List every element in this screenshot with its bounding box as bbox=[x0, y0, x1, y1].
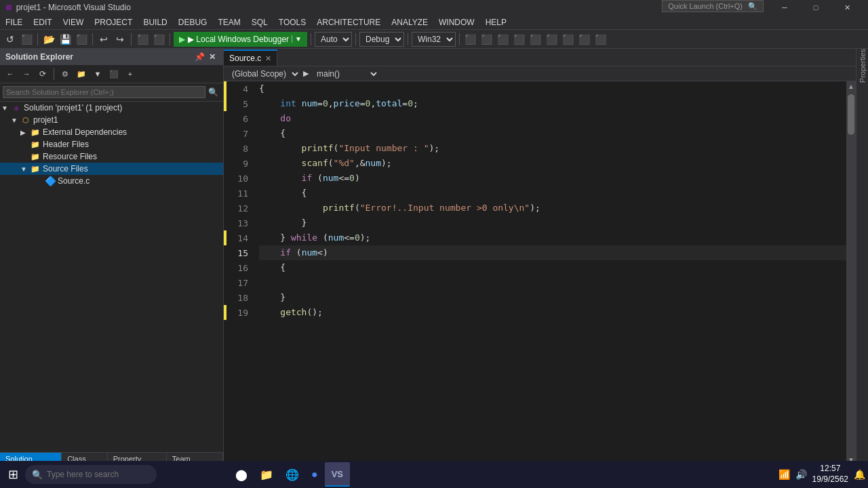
toolbar-dbg7[interactable]: ⬛ bbox=[561, 32, 576, 47]
scope-dropdown[interactable]: (Global Scope) bbox=[226, 68, 300, 79]
toolbar-saveall[interactable]: ⬛ bbox=[74, 32, 89, 47]
toolbar-dbg4[interactable]: ⬛ bbox=[512, 32, 527, 47]
menu-sql[interactable]: SQL bbox=[246, 15, 273, 30]
se-sep1 bbox=[54, 68, 54, 80]
menu-file[interactable]: FILE bbox=[0, 15, 28, 30]
menu-view[interactable]: VIEW bbox=[58, 15, 90, 30]
toolbar-save[interactable]: 💾 bbox=[58, 32, 73, 47]
menu-tools[interactable]: TOOLS bbox=[273, 15, 311, 30]
maximize-button[interactable]: □ bbox=[800, 0, 831, 15]
se-header: Solution Explorer 📌 ✕ bbox=[0, 49, 223, 65]
play-icon: ▶ bbox=[179, 35, 185, 44]
gutter-19: 19 bbox=[224, 305, 254, 320]
se-search-btn[interactable]: 🔍 bbox=[205, 85, 220, 100]
tree-header-files[interactable]: ▶ 📁 Header Files bbox=[0, 138, 223, 150]
toolbar-refresh[interactable]: ↺ bbox=[3, 32, 18, 47]
se-filter-btn[interactable]: ▼ bbox=[90, 66, 105, 81]
toolbar-stop[interactable]: ⬛ bbox=[19, 32, 34, 47]
tab-source-c[interactable]: Source.c ✕ bbox=[224, 49, 277, 66]
gutter-15: 15 bbox=[224, 245, 254, 260]
se-toolbar: ← → ⟳ ⚙ 📁 ▼ ⬛ + bbox=[0, 65, 223, 83]
search-box-titlebar[interactable]: Quick Launch (Ctrl+Q) 🔍 bbox=[662, 0, 764, 12]
se-props-btn[interactable]: ⚙ bbox=[58, 66, 73, 81]
taskbar-search-input[interactable] bbox=[25, 465, 157, 484]
se-newfile-btn[interactable]: + bbox=[123, 66, 138, 81]
tree-external-deps[interactable]: ▶ 📁 External Dependencies bbox=[0, 126, 223, 138]
start-button[interactable]: ⊞ bbox=[3, 462, 24, 487]
menu-edit[interactable]: EDIT bbox=[28, 15, 57, 30]
menu-analyze[interactable]: ANALYZE bbox=[386, 15, 433, 30]
toolbar-dbg1[interactable]: ⬛ bbox=[463, 32, 478, 47]
close-button[interactable]: ✕ bbox=[831, 0, 863, 15]
se-folder-btn[interactable]: 📁 bbox=[74, 66, 89, 81]
toolbar-source-control[interactable]: ⬛ bbox=[135, 32, 150, 47]
gutter-12: 12 bbox=[224, 201, 254, 216]
tree-source-c[interactable]: ▶ 🔷 Source.c bbox=[0, 175, 223, 187]
se-sync-btn[interactable]: ⟳ bbox=[35, 66, 50, 81]
menu-architecture[interactable]: ARCHITECTURE bbox=[311, 15, 386, 30]
debug-dropdown-icon[interactable]: ▼ bbox=[292, 35, 302, 43]
menu-team[interactable]: TEAM bbox=[212, 15, 245, 30]
menu-project[interactable]: PROJECT bbox=[89, 15, 138, 30]
project-label: projet1 bbox=[33, 115, 58, 125]
tree-project[interactable]: ▼ ⬡ projet1 bbox=[0, 114, 223, 126]
taskbar-vs-active[interactable]: VS bbox=[325, 462, 350, 487]
gutter-4: 4 bbox=[224, 81, 254, 96]
toolbar-dbg6[interactable]: ⬛ bbox=[545, 32, 559, 47]
se-forward-btn[interactable]: → bbox=[19, 66, 34, 81]
config-dropdown[interactable]: Auto bbox=[315, 32, 352, 47]
headerfiles-folder-icon: 📁 bbox=[30, 139, 41, 150]
taskbar-cortana[interactable]: ⬤ bbox=[230, 462, 253, 487]
toolbar-dbg9[interactable]: ⬛ bbox=[593, 32, 608, 47]
code-line-12: printf("Error!..Input number >0 only\n")… bbox=[259, 201, 846, 216]
taskbar-edge[interactable]: 🌐 bbox=[280, 462, 304, 487]
function-dropdown[interactable]: main() bbox=[311, 68, 379, 79]
se-search-input[interactable] bbox=[3, 86, 205, 98]
tree-solution[interactable]: ▼ ◈ Solution 'projet1' (1 project) bbox=[0, 102, 223, 114]
scroll-thumb[interactable] bbox=[848, 94, 854, 135]
nav-arrow-icon: ▶ bbox=[303, 69, 309, 78]
platform-dropdown[interactable]: Win32 bbox=[412, 32, 456, 47]
taskbar-chrome[interactable]: ● bbox=[306, 462, 323, 487]
toolbar-redo[interactable]: ↪ bbox=[113, 32, 127, 47]
project-expand-icon: ▼ bbox=[11, 117, 20, 124]
toolbar-open[interactable]: 📂 bbox=[41, 32, 56, 47]
se-title: Solution Explorer bbox=[5, 52, 73, 62]
code-line-8: printf("Input number : "); bbox=[259, 141, 846, 156]
tree-resource-files[interactable]: ▶ 📁 Resource Files bbox=[0, 150, 223, 163]
toolbar-dbg3[interactable]: ⬛ bbox=[496, 32, 511, 47]
toolbar-dbg8[interactable]: ⬛ bbox=[577, 32, 592, 47]
menu-help[interactable]: HELP bbox=[480, 15, 512, 30]
se-scope-btn[interactable]: ⬛ bbox=[106, 66, 121, 81]
se-close-btn[interactable]: ✕ bbox=[207, 52, 218, 62]
tab-source-c-close[interactable]: ✕ bbox=[265, 54, 271, 63]
minimize-button[interactable]: ─ bbox=[769, 0, 800, 15]
se-pin-btn[interactable]: 📌 bbox=[194, 52, 205, 62]
toolbar: ↺ ⬛ 📂 💾 ⬛ ↩ ↪ ⬛ ⬛ ▶ ▶ Local Windows Debu… bbox=[0, 30, 868, 49]
resourcefiles-folder-icon: 📁 bbox=[30, 151, 41, 162]
vscrollbar[interactable]: ▲ ▼ bbox=[846, 81, 856, 465]
code-editor[interactable]: 4 5 6 7 8 9 10 11 12 13 14 15 16 bbox=[224, 81, 856, 465]
window-controls: Quick Launch (Ctrl+Q) 🔍 ─ □ ✕ bbox=[662, 0, 863, 15]
toolbar-diff[interactable]: ⬛ bbox=[151, 32, 166, 47]
tree-source-files[interactable]: ▼ 📁 Source Files bbox=[0, 163, 223, 175]
menu-window[interactable]: WINDOW bbox=[433, 15, 480, 30]
se-header-controls: 📌 ✕ bbox=[194, 52, 218, 62]
menu-debug[interactable]: DEBUG bbox=[173, 15, 213, 30]
debug-dropdown[interactable]: Debug bbox=[359, 32, 404, 47]
taskbar-file-explorer[interactable]: 📁 bbox=[254, 462, 279, 487]
tray-notification[interactable]: 🔔 bbox=[854, 469, 865, 480]
sourcec-label: Source.c bbox=[58, 176, 90, 186]
debug-run-button[interactable]: ▶ ▶ Local Windows Debugger ▼ bbox=[174, 32, 307, 47]
toolbar-dbg5[interactable]: ⬛ bbox=[528, 32, 543, 47]
code-content[interactable]: { int num=0,price=0,total=0; do { printf… bbox=[254, 81, 846, 465]
scroll-up-btn[interactable]: ▲ bbox=[846, 81, 856, 92]
toolbar-dbg2[interactable]: ⬛ bbox=[479, 32, 494, 47]
gutter-17: 17 bbox=[224, 275, 254, 290]
se-back-btn[interactable]: ← bbox=[3, 66, 18, 81]
se-search: 🔍 bbox=[0, 83, 223, 102]
menu-build[interactable]: BUILD bbox=[138, 15, 172, 30]
toolbar-undo[interactable]: ↩ bbox=[96, 32, 111, 47]
toolbar-sep-1 bbox=[37, 33, 38, 45]
gutter-5: 5 bbox=[224, 96, 254, 111]
